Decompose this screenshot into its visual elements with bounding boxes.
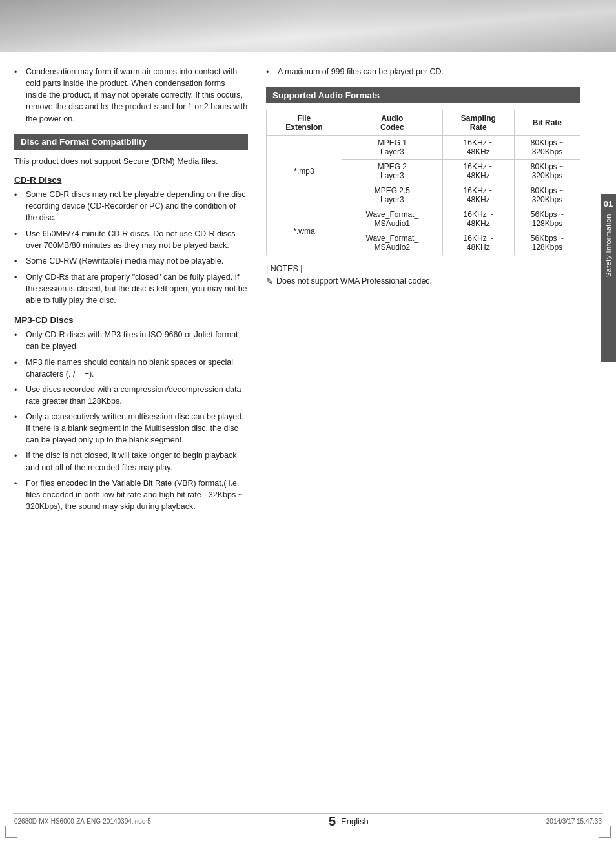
mp3-bullet-1: • Only CD-R discs with MP3 files in ISO …	[14, 329, 248, 352]
bullet-dot: •	[14, 450, 23, 462]
sampling-cell: 16KHz ~48KHz	[442, 207, 514, 231]
sampling-cell: 16KHz ~48KHz	[442, 136, 514, 160]
bullet-dot: •	[14, 329, 23, 341]
footer-page-number: 5 English	[329, 814, 369, 829]
bullet-text: If the disc is not closed, it will take …	[26, 450, 248, 473]
right-column: • A maximum of 999 files can be played p…	[260, 66, 603, 521]
bullet-dot: •	[14, 256, 23, 267]
file-ext-mp3: *.mp3	[267, 136, 342, 207]
cdr-bullets: • Some CD-R discs may not be playable de…	[14, 189, 248, 306]
bullet-text: For files encoded in the Variable Bit Ra…	[26, 477, 248, 512]
bullet-dot: •	[14, 384, 23, 396]
right-intro-bullets: • A maximum of 999 files can be played p…	[266, 66, 580, 78]
sampling-cell: 16KHz ~48KHz	[442, 160, 514, 183]
table-row: *.mp3 MPEG 1Layer3 16KHz ~48KHz 80Kbps ~…	[267, 136, 580, 160]
header-image	[0, 0, 616, 52]
col-header-file-ext: FileExtension	[267, 110, 342, 136]
bitrate-cell: 56Kbps ~128Kbps	[514, 207, 580, 231]
left-column: • Condensation may form if warm air come…	[14, 66, 260, 521]
bullet-text: Use discs recorded with a compression/de…	[26, 384, 248, 407]
bullet-dot: •	[14, 229, 23, 240]
side-tab-number: 01	[604, 199, 613, 209]
codec-cell: MPEG 2.5Layer3	[342, 183, 442, 207]
cdr-bullet-3: • Some CD-RW (Rewritable) media may not …	[14, 255, 248, 267]
codec-cell: Wave_Format_MSAudio1	[342, 207, 442, 231]
audio-formats-table: FileExtension AudioCodec SamplingRate Bi…	[266, 110, 580, 255]
bullet-dot: •	[14, 189, 23, 201]
audio-formats-header: Supported Audio Formats	[266, 87, 580, 103]
footer-date: 2014/3/17 15:47:33	[546, 818, 602, 825]
codec-cell: MPEG 1Layer3	[342, 136, 442, 160]
sampling-cell: 16KHz ~48KHz	[442, 231, 514, 255]
bullet-dot: •	[14, 478, 23, 490]
notes-title: | NOTES |	[266, 264, 580, 273]
page-number: 5	[329, 814, 336, 829]
intro-bullets: • Condensation may form if warm air come…	[14, 66, 248, 125]
bullet-text: Condensation may form if warm air comes …	[26, 66, 248, 125]
bullet-text: Only a consecutively written multisessio…	[26, 411, 248, 446]
col-header-audio-codec: AudioCodec	[342, 110, 442, 136]
bullet-dot: •	[14, 357, 23, 369]
side-tab: 01 Safety Information	[601, 194, 616, 362]
disc-format-intro: This product does not support Secure (DR…	[14, 156, 248, 168]
col-header-sampling-rate: SamplingRate	[442, 110, 514, 136]
bitrate-cell: 80Kbps ~320Kbps	[514, 160, 580, 183]
notes-section: | NOTES | ✎ Does not support WMA Profess…	[266, 264, 580, 287]
bitrate-cell: 80Kbps ~320Kbps	[514, 136, 580, 160]
bullet-dot: •	[14, 67, 23, 78]
footer-divider	[13, 813, 603, 814]
bullet-text: Only CD-R discs with MP3 files in ISO 96…	[26, 329, 248, 352]
mp3-discs-title: MP3-CD Discs	[14, 315, 248, 325]
bullet-dot: •	[14, 411, 23, 423]
main-content: • Condensation may form if warm air come…	[0, 52, 616, 521]
bullet-text: Some CD-R discs may not be playable depe…	[26, 189, 248, 224]
bitrate-cell: 56Kbps ~128Kbps	[514, 231, 580, 255]
notes-text: Does not support WMA Professional codec.	[276, 276, 432, 287]
disc-format-header: Disc and Format Compatibility	[14, 134, 248, 150]
notes-icon: ✎	[266, 276, 273, 287]
bitrate-cell: 80Kbps ~320Kbps	[514, 183, 580, 207]
bullet-text: Use 650MB/74 minute CD-R discs. Do not u…	[26, 228, 248, 251]
table-row: *.wma Wave_Format_MSAudio1 16KHz ~48KHz …	[267, 207, 580, 231]
notes-item: ✎ Does not support WMA Professional code…	[266, 276, 580, 287]
bullet-dot: •	[266, 67, 275, 78]
mp3-bullet-5: • If the disc is not closed, it will tak…	[14, 450, 248, 473]
footer-language: English	[341, 817, 369, 826]
right-bullet-item: • A maximum of 999 files can be played p…	[266, 66, 580, 78]
cdr-discs-title: CD-R Discs	[14, 175, 248, 185]
codec-cell: Wave_Format_MSAudio2	[342, 231, 442, 255]
side-tab-label: Safety Information	[604, 214, 612, 277]
mp3-bullet-3: • Use discs recorded with a compression/…	[14, 384, 248, 407]
footer-filename: 02680D-MX-HS6000-ZA-ENG-20140304.indd 5	[14, 818, 151, 825]
file-ext-wma: *.wma	[267, 207, 342, 255]
mp3-bullets: • Only CD-R discs with MP3 files in ISO …	[14, 329, 248, 512]
footer: 02680D-MX-HS6000-ZA-ENG-20140304.indd 5 …	[0, 814, 616, 829]
mp3-bullet-2: • MP3 file names should contain no blank…	[14, 357, 248, 380]
col-header-bit-rate: Bit Rate	[514, 110, 580, 136]
bullet-dot: •	[14, 272, 23, 284]
codec-cell: MPEG 2Layer3	[342, 160, 442, 183]
cdr-bullet-2: • Use 650MB/74 minute CD-R discs. Do not…	[14, 228, 248, 251]
cdr-bullet-4: • Only CD-Rs that are properly "closed" …	[14, 271, 248, 306]
bullet-text: MP3 file names should contain no blank s…	[26, 357, 248, 380]
mp3-bullet-6: • For files encoded in the Variable Bit …	[14, 477, 248, 512]
mp3-bullet-4: • Only a consecutively written multisess…	[14, 411, 248, 446]
sampling-cell: 16KHz ~48KHz	[442, 183, 514, 207]
bullet-text: Only CD-Rs that are properly "closed" ca…	[26, 271, 248, 306]
bullet-text: Some CD-RW (Rewritable) media may not be…	[26, 255, 248, 267]
bullet-item: • Condensation may form if warm air come…	[14, 66, 248, 125]
bullet-text: A maximum of 999 files can be played per…	[278, 66, 580, 78]
cdr-bullet-1: • Some CD-R discs may not be playable de…	[14, 189, 248, 224]
